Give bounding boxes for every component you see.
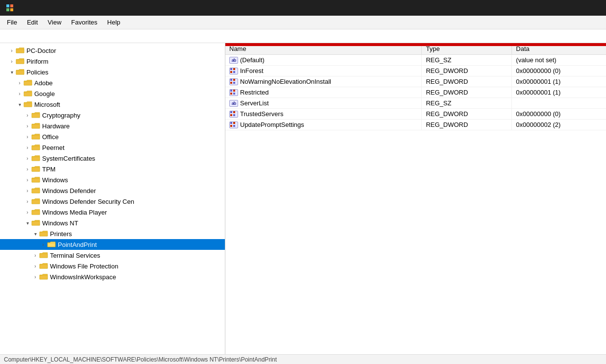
table-row[interactable]: UpdatePromptSettingsREG_DWORD0x00000002 … <box>225 120 606 130</box>
tree-item-systemcertificates[interactable]: › SystemCertificates <box>0 153 225 164</box>
tree-item-windowsfileprotection[interactable]: › Windows File Protection <box>0 261 225 271</box>
tree-item-windowsinkworkspace[interactable]: › WindowsInkWorkspace <box>0 271 225 282</box>
table-row[interactable]: ab(Default)REG_SZ(value not set) <box>225 55 606 66</box>
col-name[interactable]: Name <box>225 43 422 55</box>
expand-icon-systemcertificates[interactable]: › <box>24 154 31 162</box>
expand-icon-piriform[interactable]: › <box>8 57 16 65</box>
cell-data-3: 0x00000001 (1) <box>512 87 606 98</box>
folder-icon-pointandprint <box>47 240 56 249</box>
col-data[interactable]: Data <box>512 43 606 55</box>
svg-rect-7 <box>233 71 235 73</box>
main-area: › PC-Doctor› Piriform▾ Policies› Adobe› … <box>0 43 606 354</box>
menu-item-file[interactable]: File <box>2 17 22 28</box>
close-button[interactable] <box>578 0 600 16</box>
expand-icon-windowsmediaplayer[interactable]: › <box>24 208 31 216</box>
cell-data-0: (value not set) <box>512 55 606 66</box>
menu-bar: FileEditViewFavoritesHelp <box>0 16 606 29</box>
expand-icon-terminalservices[interactable]: › <box>31 251 39 259</box>
cell-data-6: 0x00000002 (2) <box>512 120 606 130</box>
svg-rect-15 <box>233 93 235 95</box>
cell-type-3: REG_DWORD <box>422 87 512 98</box>
menu-item-favorites[interactable]: Favorites <box>66 17 102 28</box>
expand-icon-hardware[interactable]: › <box>24 122 31 130</box>
maximize-button[interactable] <box>555 0 578 16</box>
tree-item-terminalservices[interactable]: › Terminal Services <box>0 250 225 261</box>
tree-pane[interactable]: › PC-Doctor› Piriform▾ Policies› Adobe› … <box>0 43 225 354</box>
tree-item-windowsdefendersec[interactable]: › Windows Defender Security Cen <box>0 196 225 207</box>
svg-rect-12 <box>230 90 232 92</box>
tree-item-windowsmediaplayer[interactable]: › Windows Media Player <box>0 207 225 218</box>
window-controls <box>533 0 600 16</box>
tree-item-piriform[interactable]: › Piriform <box>0 56 225 67</box>
expand-icon-policies[interactable]: ▾ <box>8 68 16 76</box>
folder-icon-tpm <box>31 165 40 173</box>
table-row[interactable]: TrustedServersREG_DWORD0x00000000 (0) <box>225 109 606 120</box>
expand-icon-microsoft[interactable]: ▾ <box>16 100 24 108</box>
tree-item-office[interactable]: › Office <box>0 131 225 142</box>
table-row[interactable]: RestrictedREG_DWORD0x00000001 (1) <box>225 87 606 98</box>
minimize-button[interactable] <box>533 0 555 16</box>
svg-rect-13 <box>233 90 235 92</box>
expand-icon-pc-doctor[interactable]: › <box>8 47 16 54</box>
tree-label-windowsdefender: Windows Defender <box>42 187 96 194</box>
tree-item-windowsdefender[interactable]: › Windows Defender <box>0 185 225 196</box>
expand-icon-cryptography[interactable]: › <box>24 111 31 119</box>
expand-icon-windowsdefender[interactable]: › <box>24 187 31 194</box>
table-row[interactable]: NoWarningNoElevationOnInstallREG_DWORD0x… <box>225 76 606 87</box>
expand-icon-tpm[interactable]: › <box>24 165 31 173</box>
expand-icon-windows[interactable]: › <box>24 176 31 184</box>
reg-name-1: InForest <box>240 67 264 74</box>
tree-item-policies[interactable]: ▾ Policies <box>0 67 225 77</box>
expand-icon-windowsnt[interactable]: ▾ <box>24 219 31 227</box>
expand-icon-adobe[interactable]: › <box>16 79 24 87</box>
tree-item-pc-doctor[interactable]: › PC-Doctor <box>0 45 225 56</box>
tree-item-printers[interactable]: ▾ Printers <box>0 228 225 239</box>
tree-item-hardware[interactable]: › Hardware <box>0 121 225 131</box>
tree-item-windowsnt[interactable]: ▾ Windows NT <box>0 218 225 228</box>
tree-label-windowsnt: Windows NT <box>42 219 78 227</box>
tree-item-tpm[interactable]: › TPM <box>0 164 225 174</box>
tree-label-policies: Policies <box>26 69 48 76</box>
expand-icon-windowsinkworkspace[interactable]: › <box>31 273 39 281</box>
tree-item-windows[interactable]: › Windows <box>0 174 225 185</box>
folder-icon-windowsinkworkspace <box>39 272 48 281</box>
tree-label-pc-doctor: PC-Doctor <box>26 47 56 54</box>
expand-icon-printers[interactable]: ▾ <box>31 230 39 238</box>
menu-item-help[interactable]: Help <box>102 17 125 28</box>
expand-icon-google[interactable]: › <box>16 90 24 97</box>
expand-icon-windowsfileprotection[interactable]: › <box>31 262 39 270</box>
tree-item-microsoft[interactable]: ▾ Microsoft <box>0 99 225 110</box>
tree-item-cryptography[interactable]: › Cryptography <box>0 110 225 121</box>
cell-type-0: REG_SZ <box>422 55 512 66</box>
svg-rect-4 <box>230 68 232 70</box>
menu-item-edit[interactable]: Edit <box>22 17 43 28</box>
svg-rect-3 <box>10 8 13 11</box>
folder-icon-peernet <box>31 143 40 152</box>
tree-label-cryptography: Cryptography <box>42 112 80 119</box>
folder-icon-office <box>31 132 40 141</box>
expand-icon-office[interactable]: › <box>24 133 31 141</box>
menu-item-view[interactable]: View <box>43 17 66 28</box>
dword-icon <box>229 121 238 128</box>
svg-rect-22 <box>230 125 232 127</box>
tree-label-windowsinkworkspace: WindowsInkWorkspace <box>50 273 116 281</box>
folder-icon-windowsmediaplayer <box>31 208 40 217</box>
tree-item-peernet[interactable]: › Peernet <box>0 142 225 153</box>
expand-icon-windowsdefendersec[interactable]: › <box>24 197 31 205</box>
tree-label-tpm: TPM <box>42 166 55 173</box>
folder-icon-piriform <box>16 57 24 66</box>
cell-type-4: REG_SZ <box>422 98 512 109</box>
tree-item-adobe[interactable]: › Adobe <box>0 77 225 88</box>
table-row[interactable]: InForestREG_DWORD0x00000000 (0) <box>225 66 606 76</box>
expand-icon-peernet[interactable]: › <box>24 144 31 151</box>
folder-icon-google <box>24 89 32 98</box>
right-pane: Name Type Data ab(Default)REG_SZ(value n… <box>225 43 606 354</box>
expand-icon-pointandprint[interactable]: › <box>39 241 47 248</box>
tree-item-pointandprint[interactable]: › PointAndPrint <box>0 239 225 250</box>
col-type[interactable]: Type <box>422 43 512 55</box>
cell-type-6: REG_DWORD <box>422 120 512 130</box>
tree-item-google[interactable]: › Google <box>0 88 225 99</box>
folder-icon-microsoft <box>24 100 32 109</box>
table-row[interactable]: abServerListREG_SZ <box>225 98 606 109</box>
cell-name-5: TrustedServers <box>225 109 422 120</box>
